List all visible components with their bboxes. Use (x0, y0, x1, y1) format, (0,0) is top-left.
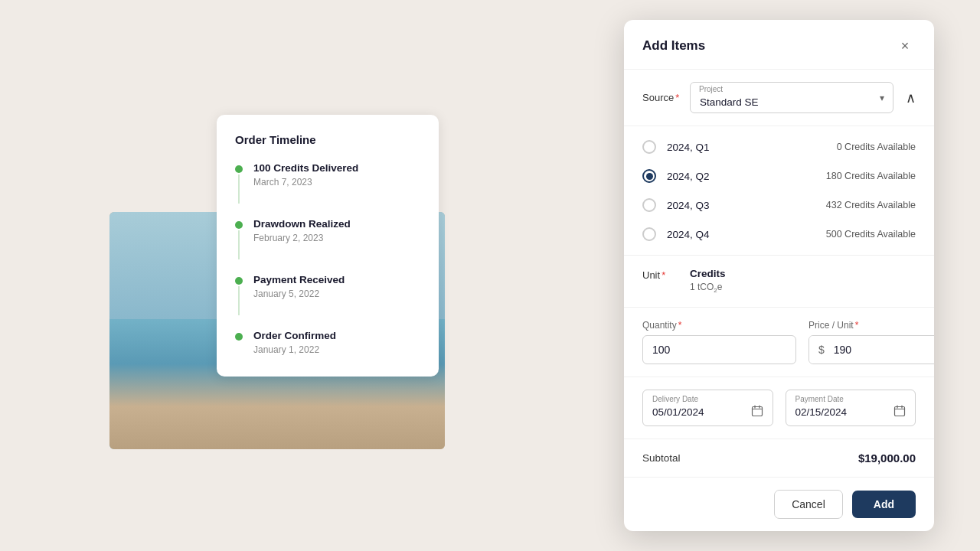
source-row: Source* Project Standard SE ▾ ∧ (624, 70, 934, 126)
credits-q1: 0 Credits Available (837, 142, 916, 152)
payment-date-input-row: 02/15/2024 (786, 403, 916, 425)
modal-title: Add Items (642, 38, 705, 54)
source-label: Source* (642, 92, 681, 103)
quarter-item-q2[interactable]: 2024, Q2 180 Credits Available (624, 161, 934, 191)
radio-q3[interactable] (642, 198, 656, 212)
radio-q4[interactable] (642, 227, 656, 241)
project-select-wrapper: Project Standard SE ▾ (690, 82, 893, 113)
credits-q4: 500 Credits Available (826, 229, 916, 240)
quarter-label-q2: 2024, Q2 (667, 171, 826, 182)
date-row: Delivery Date 05/01/2024 (624, 377, 934, 439)
credits-q3: 432 Credits Available (826, 200, 916, 210)
delivery-date-input-row: 05/01/2024 (643, 403, 773, 425)
quarter-list: 2024, Q1 0 Credits Available 2024, Q2 18… (624, 126, 934, 256)
quarter-item-q1[interactable]: 2024, Q1 0 Credits Available (624, 132, 934, 161)
quarter-label-q1: 2024, Q1 (667, 142, 837, 153)
quantity-group: Quantity* (642, 320, 796, 364)
payment-date-wrapper: Payment Date 02/15/2024 (786, 390, 916, 426)
unit-section: Unit* Credits 1 tCO2e (624, 256, 934, 307)
quarter-item-q4[interactable]: 2024, Q4 500 Credits Available (624, 220, 934, 249)
delivery-date-group: Delivery Date 05/01/2024 (642, 390, 773, 426)
chevron-up-icon[interactable]: ∧ (906, 90, 916, 106)
modal-footer: Cancel Add (624, 478, 934, 531)
price-input[interactable] (831, 336, 934, 364)
price-currency: $ (809, 336, 831, 364)
payment-date-value: 02/15/2024 (795, 406, 894, 418)
quarter-label-q4: 2024, Q4 (667, 229, 826, 240)
unit-name: Credits (690, 268, 916, 279)
cancel-button[interactable]: Cancel (774, 490, 843, 519)
unit-content: Credits 1 tCO2e (690, 268, 916, 294)
svg-rect-4 (895, 406, 905, 416)
price-label: Price / Unit* (808, 320, 934, 331)
delivery-date-wrapper: Delivery Date 05/01/2024 (642, 390, 773, 426)
delivery-date-label: Delivery Date (643, 390, 773, 403)
subtotal-value: $19,000.00 (858, 452, 916, 465)
add-button[interactable]: Add (852, 491, 916, 518)
modal-overlay: Add Items × Source* Project Standard SE … (0, 0, 980, 551)
payment-date-group: Payment Date 02/15/2024 (786, 390, 916, 426)
quarter-item-q3[interactable]: 2024, Q3 432 Credits Available (624, 191, 934, 220)
calendar-icon[interactable] (751, 405, 763, 419)
unit-label: Unit* (642, 269, 681, 281)
delivery-date-value: 05/01/2024 (652, 406, 751, 418)
radio-q1[interactable] (642, 140, 656, 154)
price-group: Price / Unit* $ (808, 320, 934, 364)
price-input-wrapper: $ (808, 335, 934, 364)
calendar-icon[interactable] (893, 405, 906, 419)
payment-date-label: Payment Date (786, 390, 916, 403)
quarter-label-q3: 2024, Q3 (667, 200, 826, 211)
add-items-modal: Add Items × Source* Project Standard SE … (624, 20, 934, 530)
project-floating-label: Project (699, 85, 723, 93)
close-button[interactable]: × (894, 35, 916, 57)
unit-sub: 1 tCO2e (690, 282, 916, 294)
modal-header: Add Items × (624, 20, 934, 70)
subtotal-label: Subtotal (642, 452, 681, 464)
quantity-price-row: Quantity* Price / Unit* $ (624, 308, 934, 377)
quantity-input[interactable] (642, 335, 796, 364)
quantity-label: Quantity* (642, 320, 796, 331)
svg-rect-0 (752, 406, 762, 416)
radio-q2[interactable] (642, 169, 656, 183)
subtotal-row: Subtotal $19,000.00 (624, 439, 934, 478)
credits-q2: 180 Credits Available (826, 171, 916, 181)
